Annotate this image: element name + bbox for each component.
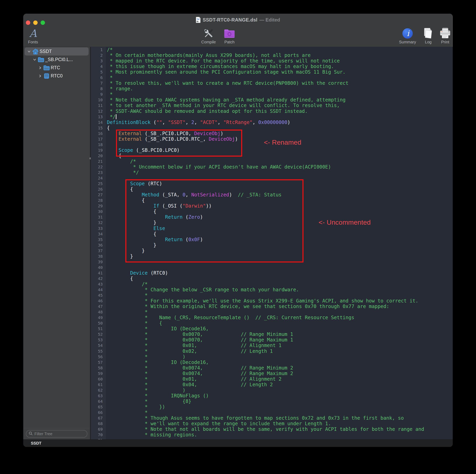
code-line: Method (_STA, 0, NotSerialized) // _STA:… bbox=[107, 192, 453, 198]
code-line: * IO (Decode16, bbox=[107, 360, 453, 365]
line-number: 37 bbox=[91, 248, 105, 254]
window-title: SSDT-RTC0-RANGE.dsl bbox=[203, 17, 257, 23]
code-line: * On certain motherboards(mainly Asus X2… bbox=[107, 52, 453, 58]
info-icon: i bbox=[402, 28, 413, 39]
code-line: * 0x0074, // Range Maximum 2 bbox=[107, 371, 453, 376]
line-number: 29 bbox=[91, 203, 105, 209]
code-line bbox=[107, 259, 453, 265]
line-number: 66 bbox=[91, 410, 105, 415]
line-number: 38 bbox=[91, 254, 105, 259]
line-number: 45 bbox=[91, 292, 105, 298]
code-line: { bbox=[107, 209, 453, 214]
maciasl-window: SSDT-RTC0-RANGE.dsl — Edited A Fonts bbox=[23, 14, 453, 447]
sidebar-item-sbpci0l[interactable]: _SB.PCI0.L... bbox=[25, 55, 88, 64]
code-line: } bbox=[107, 220, 453, 225]
titlebar[interactable]: SSDT-RTC0-RANGE.dsl — Edited bbox=[23, 14, 453, 26]
text-cursor bbox=[116, 114, 116, 119]
line-number: 19 bbox=[91, 148, 105, 153]
code-editor[interactable]: 1234567891011121314151617181920212223242… bbox=[91, 47, 453, 439]
line-number: 71 bbox=[91, 438, 105, 439]
line-number: 34 bbox=[91, 231, 105, 237]
line-number: 48 bbox=[91, 309, 105, 315]
line-number: 43 bbox=[91, 281, 105, 287]
chevron-down-icon[interactable] bbox=[33, 57, 37, 62]
line-number: 35 bbox=[91, 237, 105, 242]
summary-button[interactable]: i Summary bbox=[399, 28, 416, 44]
line-number: 2 bbox=[91, 52, 105, 58]
acpi-tree: SSDT_SB.PCI0.L...RTCRTC0 bbox=[23, 47, 90, 80]
code-line: * Name (_CRS, ResourceTemplate () // _CR… bbox=[107, 315, 453, 320]
line-number: 24 bbox=[91, 175, 105, 181]
code-line: } bbox=[107, 242, 453, 248]
patch-button[interactable]: Patch bbox=[223, 28, 236, 44]
code-line: * bbox=[107, 92, 453, 97]
code-line: Else bbox=[107, 226, 453, 231]
line-number: 27 bbox=[91, 192, 105, 198]
chevron-right-icon[interactable] bbox=[38, 66, 42, 70]
code-line: * this issue though in extreme circumsta… bbox=[107, 64, 453, 69]
line-number: 41 bbox=[91, 270, 105, 276]
code-line: Return (Zero) bbox=[107, 214, 453, 220]
document-icon bbox=[196, 17, 201, 23]
line-number: 17 bbox=[91, 136, 105, 142]
sidebar-item-rtc0[interactable]: RTC0 bbox=[25, 72, 88, 80]
code-line bbox=[107, 438, 453, 439]
line-number: 28 bbox=[91, 198, 105, 203]
code-line: { bbox=[107, 276, 453, 281]
code-line: External (_SB_.PCI0.LPC0, DeviceObj) bbox=[107, 131, 453, 136]
line-number: 53 bbox=[91, 337, 105, 343]
line-number: 42 bbox=[91, 276, 105, 281]
code-line: * SSDT-AWAC should be removed and instea… bbox=[107, 108, 453, 114]
code-line: * 0x0070, // Range Minimum 1 bbox=[107, 332, 453, 337]
code-line: DefinitionBlock ("", "SSDT", 2, "ACDT", … bbox=[107, 119, 453, 125]
content-area: SSDT_SB.PCI0.L...RTCRTC0 Filter Tree 123… bbox=[23, 47, 453, 439]
code-line: * 0x04, // Length 2 bbox=[107, 382, 453, 388]
code-line: * Note that due to AWAC systems having a… bbox=[107, 97, 453, 103]
log-button[interactable]: Log bbox=[423, 28, 433, 44]
line-number: 14 bbox=[91, 119, 105, 125]
print-button[interactable]: Print bbox=[439, 28, 451, 44]
chevron-down-icon[interactable] bbox=[27, 49, 31, 54]
code-line: * Note that not all boards will be the s… bbox=[107, 426, 453, 432]
line-number: 69 bbox=[91, 426, 105, 432]
code-line: * Uncomment below if your ACPI doesn't h… bbox=[107, 164, 453, 170]
line-number: 6 bbox=[91, 75, 105, 80]
code-text[interactable]: /* * On certain motherboards(mainly Asus… bbox=[107, 47, 453, 439]
printer-icon bbox=[439, 28, 451, 39]
line-number: 54 bbox=[91, 343, 105, 348]
sidebar-item-rtc[interactable]: RTC bbox=[25, 64, 88, 72]
filter-tree-input[interactable]: Filter Tree bbox=[26, 430, 87, 438]
code-line: * mapped in the RTC device. For the majo… bbox=[107, 58, 453, 64]
chevron-right-icon[interactable] bbox=[38, 74, 42, 78]
line-number: 11 bbox=[91, 103, 105, 108]
code-line: * missing regions. bbox=[107, 432, 453, 438]
code-line: * bbox=[107, 410, 453, 415]
window-title-area: SSDT-RTC0-RANGE.dsl — Edited bbox=[23, 14, 453, 26]
line-number: 12 bbox=[91, 108, 105, 114]
fonts-button[interactable]: A Fonts bbox=[28, 28, 38, 44]
code-line: * bbox=[107, 75, 453, 80]
compile-button[interactable]: Compile bbox=[201, 28, 216, 44]
line-number: 65 bbox=[91, 404, 105, 410]
search-icon bbox=[29, 431, 33, 436]
line-number: 52 bbox=[91, 332, 105, 337]
code-line: * For this example, we'll use the Asus S… bbox=[107, 298, 453, 304]
window-title-edited: — Edited bbox=[259, 17, 280, 23]
line-number: 25 bbox=[91, 181, 105, 186]
code-line: * To resolve this, we'll want to create … bbox=[107, 80, 453, 86]
status-bar: SSDT bbox=[23, 439, 453, 447]
line-number: 15 bbox=[91, 125, 105, 131]
code-line: * Change the below _CSR range to match y… bbox=[107, 287, 453, 292]
line-number: 26 bbox=[91, 186, 105, 192]
line-number: 4 bbox=[91, 64, 105, 69]
line-number: 40 bbox=[91, 265, 105, 270]
code-line: * {8} bbox=[107, 399, 453, 404]
code-line: * 0x01, // Alignment 1 bbox=[107, 343, 453, 348]
line-number: 61 bbox=[91, 382, 105, 388]
house-icon bbox=[32, 49, 39, 54]
code-line: * Though Asus seems to have forgotten to… bbox=[107, 415, 453, 421]
line-number: 16 bbox=[91, 131, 105, 136]
sidebar-item-ssdt[interactable]: SSDT bbox=[25, 47, 88, 55]
line-number: 39 bbox=[91, 259, 105, 265]
line-number: 46 bbox=[91, 298, 105, 304]
